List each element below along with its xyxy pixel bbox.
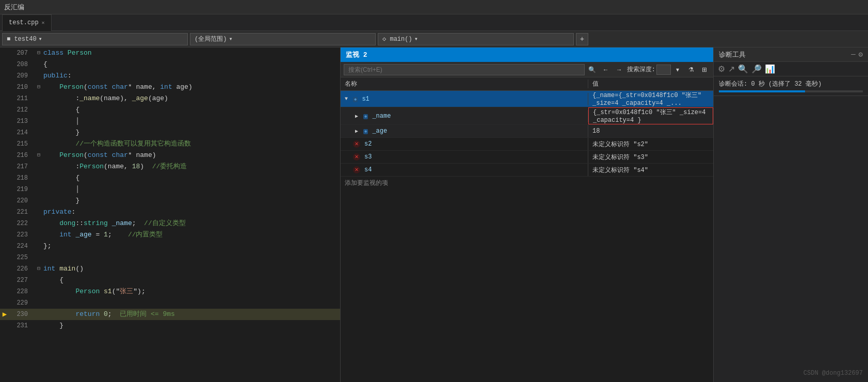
depth-input[interactable]: 3 [656,65,671,75]
watch-add-row[interactable]: 添加要监视的项 [341,177,713,189]
code-token: //委托构造 [152,163,187,170]
diag-zoom-out-btn[interactable]: 🔎 [751,64,762,74]
watch-variable-name: _age [372,128,387,135]
project-dropdown[interactable]: ■ test40 ▾ [2,33,188,45]
watch-variable-name: s3 [364,153,372,161]
line-content: private: [43,206,340,218]
grid-icon-btn[interactable]: ⊞ [699,64,710,75]
code-line: 218 { [0,172,340,184]
code-line: 222 dong::string _name; //自定义类型 [0,218,340,229]
file-tab[interactable]: test.cpp ✕ [2,14,52,31]
code-token: int [160,83,172,91]
collapse-icon[interactable]: ⊟ [37,82,40,93]
expand-icon[interactable]: ▶ [355,113,361,119]
code-token [43,117,75,125]
diag-chart-btn[interactable]: 📊 [765,64,775,74]
code-line: 208{ [0,59,340,70]
forward-icon-btn[interactable]: → [614,64,625,75]
code-token [43,83,59,91]
watch-variable-name: _name [372,113,391,120]
diag-title: 诊断工具 [719,50,746,59]
line-content: dong::string _name; //自定义类型 [43,218,340,229]
code-line: 212 { [0,104,340,116]
watch-row[interactable]: ▼◈s1{_name={_str=0x0148f1c0 "张三" _size=4… [341,91,713,107]
code-token: _name [112,219,132,227]
back-icon-btn[interactable]: ← [600,64,612,75]
line-number: 215 [9,138,34,150]
search-icon-btn[interactable]: 🔍 [587,64,598,75]
code-token: const [88,151,108,159]
diag-settings-icon[interactable]: ⚙ [859,50,863,59]
code-token: 18 [132,163,140,170]
line-gutter[interactable]: ⊟ [34,47,43,59]
watch-table: 名称 值 ▼◈s1{_name={_str=0x0148f1c0 "张三" _s… [341,77,713,382]
scope-dropdown[interactable]: (全局范围) ▾ [190,33,376,45]
col-value-header: 值 [588,79,713,88]
diag-settings-btn[interactable]: ⚙ [718,64,725,74]
code-lines-container: 207⊟class Person208{209public:210⊟ Perso… [0,47,340,331]
code-token: (" [112,288,120,295]
code-token: { [43,60,47,68]
var-icon: ◈ [353,95,358,103]
code-token: }; [43,242,52,250]
line-gutter[interactable]: ⊟ [34,150,43,161]
watch-row[interactable]: ✕s3未定义标识符 "s3" [341,151,713,164]
line-content: class Person [43,47,340,59]
expand-icon[interactable]: ▶ [355,128,361,134]
add-button[interactable]: + [576,33,588,45]
diag-minimize-icon[interactable]: — [851,50,855,59]
func-dropdown-arrow-icon: ▾ [414,35,418,43]
watermark: CSDN @dong132697 [803,370,863,377]
code-token [100,310,104,318]
watch-row[interactable]: ▶◈_age18 [341,125,713,138]
watch-row[interactable]: ✕s2未定义标识符 "s2" [341,138,713,151]
line-number: 214 [9,127,34,138]
code-token: int [43,265,55,273]
code-token [108,219,112,227]
code-token: :: [75,219,84,227]
code-token: Person [59,151,84,159]
watch-title: 监视 2 [346,50,367,59]
line-content: :Person(name, 18) //委托构造 [43,161,340,172]
code-token: ; [132,219,144,227]
watch-row[interactable]: ✕s4未定义标识符 "s4" [341,164,713,177]
filter-icon-btn[interactable]: ⚗ [685,64,697,75]
func-dropdown-label: ◇ main() [382,35,412,43]
line-number: 207 [9,47,34,59]
diag-export-btn[interactable]: ↗ [728,64,735,74]
line-number: 224 [9,241,34,252]
code-editor[interactable]: 207⊟class Person208{209public:210⊟ Perso… [0,47,341,382]
function-dropdown[interactable]: ◇ main() ▾ [378,33,574,45]
code-token [108,83,112,91]
code-token [108,151,112,159]
depth-dropdown-icon[interactable]: ▾ [672,64,683,75]
watch-name-cell: ▶◈_age [341,125,588,137]
code-line: 224}; [0,241,340,252]
collapse-icon[interactable]: ⊟ [37,263,40,275]
code-token [43,174,75,182]
line-gutter[interactable]: ⊟ [34,82,43,93]
code-token: { [43,276,63,284]
diag-zoom-in-btn[interactable]: 🔍 [738,64,748,74]
code-line: ▶230 return 0; 已用时间 <= 9ms [0,309,340,320]
watch-row[interactable]: ▶◈_name{_str=0x0148f1c0 "张三" _size=4 _ca… [341,107,713,125]
code-token: ( [84,151,88,159]
watch-search-input[interactable] [344,64,585,75]
code-line: 209public: [0,70,340,82]
line-number: 219 [9,184,34,195]
tab-close-icon[interactable]: ✕ [42,20,45,26]
code-token: Person [75,288,100,295]
code-scroll[interactable]: 207⊟class Person208{209public:210⊟ Perso… [0,47,340,382]
watch-name-cell: ▶◈_name [341,110,588,122]
line-number: 211 [9,93,34,104]
line-number: 212 [9,104,34,116]
code-token [43,310,75,318]
collapse-icon[interactable]: ⊟ [37,150,40,161]
line-number: 210 [9,82,34,93]
expand-icon[interactable]: ▼ [345,96,351,102]
line-gutter[interactable]: ⊟ [34,263,43,275]
code-token: } [75,197,79,204]
dropdown-arrow-icon: ▾ [39,35,42,43]
scope-dropdown-label: (全局范围) [195,35,227,43]
collapse-icon[interactable]: ⊟ [37,47,40,59]
